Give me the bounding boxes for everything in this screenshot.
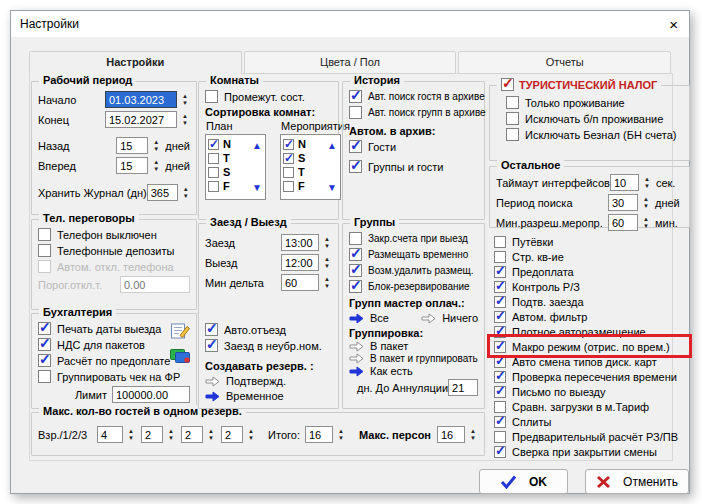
cat2-input[interactable]: 2 [181, 426, 203, 443]
timeout-input[interactable]: 10 [610, 174, 639, 191]
tab-reports[interactable]: Отчеты [458, 51, 671, 74]
group-title-tourist-tax[interactable]: ТУРИСТИЧЕСКИЙ НАЛОГ [497, 78, 661, 91]
option-macro-mode[interactable]: Макро режим (отрис. по врем.) [489, 339, 690, 354]
spinner-up-icon[interactable]: ▲ [151, 139, 161, 146]
option-splits[interactable]: Сплиты [489, 414, 690, 429]
option-time-overlap-check[interactable]: Проверка пересечения времени [489, 369, 690, 384]
checkbox[interactable] [349, 140, 362, 153]
move-up-icon[interactable]: ▲ [327, 141, 337, 151]
journal-days-input[interactable]: 365 [147, 184, 179, 201]
checkbox[interactable] [38, 354, 51, 367]
checkbox-exclude-free-accommodation[interactable]: Исключать б/п проживание [506, 112, 683, 125]
checkbox-auto-search-guest[interactable]: Авт. поиск гостя в архиве [349, 90, 478, 103]
plan-listbox[interactable]: N T S F ▲▼ [205, 134, 266, 200]
spinner-down-icon[interactable]: ▼ [126, 435, 136, 442]
spinner-down-icon[interactable]: ▼ [322, 283, 332, 290]
checkbox[interactable] [205, 339, 218, 352]
radio-reserve-confirmed[interactable]: Подтвержд. [205, 375, 332, 387]
checkbox[interactable] [494, 416, 506, 428]
checkbox[interactable] [494, 446, 506, 458]
total-input[interactable]: 16 [305, 426, 333, 443]
checkbox[interactable] [494, 386, 506, 398]
checkbox[interactable] [208, 139, 219, 150]
checkbox[interactable] [283, 167, 294, 178]
checkbox[interactable] [494, 356, 506, 368]
start-date-input[interactable]: 01.03.2023 [105, 91, 177, 108]
move-down-icon[interactable]: ▼ [252, 183, 262, 193]
back-days-input[interactable]: 15 [116, 137, 148, 154]
option-auto-filter[interactable]: Автом. фильтр [489, 309, 690, 324]
payment-cards-icon[interactable] [169, 347, 192, 365]
checkbox-block-reservation[interactable]: Блок-резервирование [349, 280, 478, 293]
checkbox-auto-departure[interactable]: Авто.отъезд [205, 323, 332, 336]
checkbox-place-temporarily[interactable]: Размещать временно [349, 248, 478, 261]
checkbox[interactable] [494, 281, 506, 293]
checkbox[interactable] [494, 431, 506, 443]
checkbox[interactable] [494, 326, 506, 338]
spinner-down-icon[interactable]: ▼ [336, 435, 346, 442]
radio-as-is[interactable]: Как есть [349, 365, 478, 377]
radio-reserve-temporary[interactable]: Временное [205, 390, 332, 402]
tab-colors-floor[interactable]: Цвета / Пол [244, 51, 457, 74]
spinner-up-icon[interactable]: ▲ [246, 428, 256, 435]
checkbox[interactable] [349, 106, 362, 119]
spinner-down-icon[interactable]: ▼ [166, 435, 176, 442]
checkbox[interactable] [349, 264, 362, 277]
option-insurance[interactable]: Стр. кв-ие [489, 249, 690, 264]
adults-input[interactable]: 4 [97, 426, 123, 443]
checkbox[interactable] [349, 90, 362, 103]
spinner-down-icon[interactable]: ▼ [181, 193, 190, 200]
checkbox[interactable] [349, 160, 362, 173]
spinner-down-icon[interactable]: ▼ [322, 263, 332, 270]
checkbox[interactable] [349, 248, 362, 261]
spinner-down-icon[interactable]: ▼ [641, 203, 651, 210]
checkbox[interactable] [349, 232, 362, 245]
spinner-down-icon[interactable]: ▼ [641, 223, 651, 230]
checkbox[interactable] [208, 167, 219, 178]
checkbox-interim-state[interactable]: Промежут. сост. [205, 90, 332, 103]
checkbox[interactable] [506, 112, 519, 125]
events-listbox[interactable]: N S T F ▲▼ [280, 134, 341, 200]
checkbox[interactable] [494, 251, 506, 263]
spinner-up-icon[interactable]: ▲ [336, 428, 346, 435]
spinner-down-icon[interactable]: ▼ [642, 183, 652, 190]
checkbox-auto-search-groups[interactable]: Авт. поиск групп в архиве [349, 106, 478, 119]
spinner-down-icon[interactable]: ▼ [180, 100, 190, 107]
spinner-down-icon[interactable]: ▼ [151, 166, 161, 173]
radio-to-package[interactable]: В пакет [349, 340, 478, 352]
checkbox-archive-guests[interactable]: Гости [349, 140, 478, 153]
min-event-input[interactable]: 60 [608, 214, 638, 231]
cat1-input[interactable]: 2 [141, 426, 163, 443]
forward-days-input[interactable]: 15 [116, 157, 148, 174]
spinner-up-icon[interactable]: ▲ [641, 216, 651, 223]
checkbox[interactable] [494, 266, 506, 278]
checkbox-print-departure-date[interactable]: Печать даты выезда [38, 322, 190, 335]
spinner-up-icon[interactable]: ▲ [151, 159, 161, 166]
checkbox[interactable] [283, 181, 294, 192]
spinner-up-icon[interactable]: ▲ [166, 428, 176, 435]
checkout-time-input[interactable]: 12:00 [281, 254, 319, 271]
checkbox[interactable] [494, 371, 506, 383]
checkbox[interactable] [494, 311, 506, 323]
tab-settings[interactable]: Настройки [29, 51, 242, 75]
checkbox-exclude-cashless[interactable]: Исключать Безнал (БН счета) [506, 128, 683, 141]
annul-days-input[interactable]: 21 [448, 379, 478, 396]
move-up-icon[interactable]: ▲ [252, 141, 262, 151]
checkbox[interactable] [208, 153, 219, 164]
option-departure-letter[interactable]: Письмо по выезду [489, 384, 690, 399]
edit-document-icon[interactable] [170, 322, 192, 341]
checkbox[interactable] [205, 323, 218, 336]
checkbox[interactable] [38, 338, 51, 351]
option-dense-autoplacement[interactable]: Плотное авторазмещение [489, 324, 690, 339]
max-person-input[interactable]: 16 [437, 426, 465, 443]
spinner-up-icon[interactable]: ▲ [642, 176, 652, 183]
checkbox[interactable] [38, 322, 51, 335]
min-delta-input[interactable]: 60 [281, 274, 319, 291]
arrow-icon[interactable] [349, 313, 364, 324]
checkbox[interactable] [38, 244, 51, 257]
checkbox[interactable] [38, 228, 51, 241]
spinner-down-icon[interactable]: ▼ [246, 435, 256, 442]
checkbox[interactable] [494, 401, 506, 413]
checkbox-group-receipt[interactable]: Группировать чек на ФР [38, 370, 190, 383]
spinner-up-icon[interactable]: ▲ [181, 186, 190, 193]
